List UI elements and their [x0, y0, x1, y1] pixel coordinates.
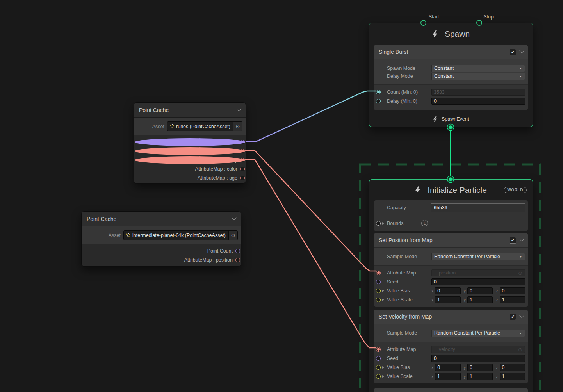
point-cache-node-runes[interactable]: Point Cache Asset runes (PointCacheAsset… — [134, 102, 246, 184]
node-title: Point Cache — [87, 216, 116, 222]
output-row: Point Count — [82, 246, 241, 255]
attributemap-velocity-output-port[interactable] — [240, 158, 245, 162]
block-enabled-checkbox[interactable] — [510, 49, 516, 55]
asset-label: Asset — [152, 124, 164, 129]
seed-field[interactable]: 0 — [431, 355, 525, 362]
value-scale-z-field[interactable]: 1 — [500, 373, 525, 380]
start-flow-port[interactable] — [420, 20, 426, 26]
value-scale-y-field[interactable]: 1 — [467, 296, 493, 303]
point-count-output-port[interactable] — [240, 140, 245, 144]
value-scale-y-field[interactable]: 1 — [467, 373, 493, 380]
block-enabled-checkbox[interactable] — [510, 237, 516, 244]
seed-field[interactable]: 0 — [431, 278, 525, 285]
delay-label: Delay (Min: 0) — [387, 98, 431, 104]
spawn-mode-dropdown[interactable]: Constant — [431, 65, 525, 72]
value-scale-input-port[interactable] — [376, 374, 381, 379]
seed-input-port[interactable] — [376, 356, 381, 361]
world-space-badge[interactable]: WORLD — [504, 187, 527, 193]
spawn-context-node[interactable]: Start Stop Spawn Single Burst Spawn Mode… — [369, 23, 533, 127]
value-bias-z-field[interactable]: 0 — [500, 287, 525, 294]
spawn-event-output-row: SpawnEvent — [369, 112, 533, 126]
value-scale-x-field[interactable]: 1 — [435, 296, 460, 303]
value-bias-input-port[interactable] — [376, 365, 381, 370]
initialize-particle-context-node[interactable]: Initialize Particle WORLD Capacity 65536… — [369, 179, 533, 392]
value-bias-z-field[interactable]: 0 — [500, 364, 525, 371]
output-row: AttributeMap : age — [134, 173, 246, 182]
value-scale-z-field[interactable]: 1 — [500, 296, 525, 303]
sample-mode-dropdown[interactable]: Random Constant Per Particle — [431, 253, 525, 260]
output-row: AttributeMap : position — [134, 146, 246, 155]
attribute-map-field: velocity — [431, 346, 525, 353]
value-bias-input-port[interactable] — [376, 289, 381, 293]
attribute-map-field: position — [431, 269, 525, 276]
value-bias-x-field[interactable]: 0 — [435, 287, 460, 294]
z-axis-label: z — [496, 289, 498, 293]
chevron-down-icon[interactable] — [236, 106, 241, 111]
seed-label: Seed — [387, 279, 431, 285]
value-scale-x-field[interactable]: 1 — [435, 373, 460, 380]
node-title: Point Cache — [139, 107, 169, 113]
node-title: Initialize Particle — [428, 185, 487, 195]
x-axis-label: x — [431, 365, 433, 370]
output-row: AttributeMap : color — [134, 164, 246, 173]
value-bias-x-field[interactable]: 0 — [435, 364, 460, 371]
value-bias-y-field[interactable]: 0 — [467, 364, 493, 371]
value-bias-label: Value Bias — [387, 288, 431, 294]
pcache-asset-icon — [169, 124, 175, 129]
foldout-triangle-icon[interactable] — [382, 290, 384, 292]
object-picker-icon[interactable] — [228, 231, 237, 240]
attribute-map-input-port[interactable] — [376, 347, 381, 352]
set-position-from-map-block: Set Position from Map Sample Mode Random… — [374, 233, 528, 307]
chevron-down-icon[interactable] — [519, 237, 524, 242]
foldout-triangle-icon[interactable] — [382, 375, 384, 378]
lightning-icon — [433, 116, 437, 122]
local-space-icon[interactable]: L — [421, 220, 428, 226]
block-enabled-checkbox[interactable] — [510, 314, 516, 320]
count-input-port[interactable] — [376, 90, 381, 94]
y-axis-label: y — [464, 374, 466, 379]
z-axis-label: z — [496, 374, 498, 379]
y-axis-label: y — [464, 298, 466, 302]
delay-mode-dropdown[interactable]: Constant — [431, 73, 525, 80]
y-axis-label: y — [464, 289, 466, 293]
attributemap-position-output-port[interactable] — [235, 258, 240, 262]
value-scale-label: Value Scale — [387, 297, 431, 303]
output-row: AttributeMap : position — [82, 255, 241, 264]
node-title: Spawn — [445, 29, 470, 39]
asset-object-field[interactable]: intermediate-planet-64k (PointCacheAsset… — [123, 230, 238, 240]
output-row: Point Count — [134, 137, 246, 146]
value-scale-input-port[interactable] — [376, 298, 381, 302]
foldout-triangle-icon[interactable] — [382, 366, 384, 369]
z-axis-label: z — [496, 365, 498, 370]
delay-mode-label: Delay Mode — [387, 73, 431, 79]
sample-mode-label: Sample Mode — [387, 330, 431, 336]
bounds-input-port[interactable] — [376, 221, 381, 226]
sample-mode-label: Sample Mode — [387, 254, 431, 259]
object-picker-icon[interactable] — [233, 122, 242, 131]
chevron-down-icon[interactable] — [519, 48, 524, 53]
stop-flow-port[interactable] — [476, 20, 482, 26]
attribute-map-input-port[interactable] — [376, 271, 381, 275]
attributemap-color-output-port[interactable] — [240, 167, 245, 171]
foldout-triangle-icon[interactable] — [382, 299, 384, 301]
stop-port-label: Stop — [483, 14, 494, 20]
attributemap-position-output-port[interactable] — [240, 149, 245, 153]
value-bias-label: Value Bias — [387, 365, 431, 370]
attributemap-age-output-port[interactable] — [240, 176, 245, 180]
asset-object-field[interactable]: runes (PointCacheAsset) — [167, 121, 242, 131]
delay-input-port[interactable] — [376, 99, 381, 103]
attribute-map-label: Attribute Map — [387, 270, 431, 276]
chevron-down-icon[interactable] — [232, 215, 237, 220]
x-axis-label: x — [431, 298, 433, 302]
lightning-icon — [432, 30, 438, 38]
chevron-down-icon[interactable] — [519, 313, 524, 318]
point-count-output-port[interactable] — [235, 249, 240, 253]
delay-field[interactable]: 0 — [431, 98, 525, 105]
sample-mode-dropdown[interactable]: Random Constant Per Particle — [431, 330, 525, 337]
seed-input-port[interactable] — [376, 280, 381, 284]
attribute-map-label: Attribute Map — [387, 347, 431, 352]
foldout-triangle-icon[interactable] — [382, 222, 384, 225]
capacity-field[interactable]: 65536 — [431, 203, 525, 212]
value-bias-y-field[interactable]: 0 — [467, 287, 493, 294]
point-cache-node-planet[interactable]: Point Cache Asset intermediate-planet-64… — [81, 211, 241, 267]
